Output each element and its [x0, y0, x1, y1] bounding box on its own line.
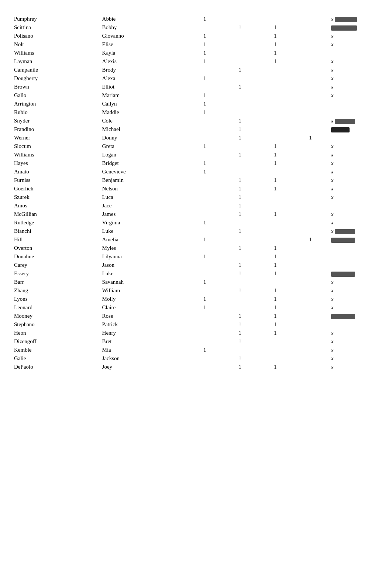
- data-col-2: 1: [223, 244, 258, 252]
- data-col-1: [187, 176, 222, 184]
- status-col: x: [328, 184, 381, 193]
- data-col-4: [293, 74, 328, 83]
- data-col-2: [223, 91, 258, 100]
- first-name-cell: Cailyn: [99, 100, 188, 108]
- data-col-4: [293, 91, 328, 100]
- data-col-4: [293, 117, 328, 125]
- status-col: x: [328, 176, 381, 184]
- first-name-cell: Brody: [99, 66, 188, 74]
- table-row: GoerlichNelson11x: [11, 184, 381, 193]
- data-col-3: 1: [258, 49, 293, 57]
- data-col-1: [187, 201, 222, 210]
- table-row: GalloMariam1x: [11, 91, 381, 100]
- data-col-4: [293, 40, 328, 49]
- last-name-cell: Overton: [11, 244, 99, 252]
- table-row: AmatoGenevieve1x: [11, 168, 381, 176]
- status-col: x: [328, 278, 381, 286]
- table-row: WernerDonny11: [11, 134, 381, 142]
- data-col-2: 1: [223, 337, 258, 346]
- data-col-4: [293, 159, 328, 168]
- table-row: AmosJace1: [11, 201, 381, 210]
- data-col-2: 1: [223, 269, 258, 278]
- redacted-bar: [331, 314, 355, 319]
- table-row: DePaoloJoey11x: [11, 363, 381, 371]
- table-row: LaymanAlexis11x: [11, 57, 381, 66]
- x-mark: x: [331, 279, 334, 285]
- last-name-cell: Szurek: [11, 193, 99, 201]
- data-col-2: 1: [223, 201, 258, 210]
- table-row: EsseryLuke11: [11, 269, 381, 278]
- data-col-2: 1: [223, 23, 258, 32]
- table-row: WilliamsLogan11x: [11, 151, 381, 159]
- table-row: BrownElliot1x: [11, 83, 381, 91]
- last-name-cell: Goerlich: [11, 184, 99, 193]
- data-col-1: [187, 227, 222, 235]
- data-col-4: [293, 218, 328, 227]
- last-name-cell: Galie: [11, 354, 99, 363]
- data-col-2: 1: [223, 117, 258, 125]
- data-col-2: [223, 295, 258, 303]
- data-col-1: [187, 134, 222, 142]
- data-col-4: [293, 261, 328, 269]
- data-col-4: [293, 252, 328, 261]
- data-col-1: 1: [187, 159, 222, 168]
- x-mark: x: [331, 16, 334, 22]
- first-name-cell: Alexa: [99, 74, 188, 83]
- data-col-3: [258, 74, 293, 83]
- data-col-1: 1: [187, 303, 222, 312]
- last-name-cell: Pumphrey: [11, 15, 99, 23]
- data-col-4: [293, 168, 328, 176]
- data-col-2: [223, 142, 258, 151]
- data-col-1: [187, 210, 222, 218]
- first-name-cell: Amelia: [99, 235, 188, 244]
- data-col-3: 1: [258, 151, 293, 159]
- table-row: ArringtonCailyn1: [11, 100, 381, 108]
- data-col-1: [187, 312, 222, 320]
- last-name-cell: Stephano: [11, 320, 99, 329]
- first-name-cell: Jason: [99, 261, 188, 269]
- data-col-1: 1: [187, 142, 222, 151]
- last-name-cell: Carey: [11, 261, 99, 269]
- data-col-2: 1: [223, 227, 258, 235]
- status-col: x: [328, 117, 381, 125]
- status-col: x: [328, 74, 381, 83]
- data-col-4: [293, 142, 328, 151]
- data-col-2: 1: [223, 286, 258, 295]
- data-col-1: 1: [187, 15, 222, 23]
- data-col-3: 1: [258, 295, 293, 303]
- data-col-3: 1: [258, 329, 293, 337]
- data-col-3: 1: [258, 176, 293, 184]
- data-col-2: 1: [223, 312, 258, 320]
- data-col-1: [187, 83, 222, 91]
- first-name-cell: Luca: [99, 193, 188, 201]
- last-name-cell: Hill: [11, 235, 99, 244]
- last-name-cell: Polisano: [11, 32, 99, 40]
- status-col: x: [328, 40, 381, 49]
- data-col-3: [258, 227, 293, 235]
- data-col-3: 1: [258, 252, 293, 261]
- data-col-4: [293, 125, 328, 134]
- last-name-cell: Campanile: [11, 66, 99, 74]
- data-col-2: [223, 252, 258, 261]
- data-col-3: [258, 168, 293, 176]
- data-col-1: [187, 184, 222, 193]
- data-col-1: [187, 117, 222, 125]
- data-col-3: 1: [258, 159, 293, 168]
- table-row: FrandinoMichael1: [11, 125, 381, 134]
- data-col-3: 1: [258, 210, 293, 218]
- first-name-cell: Myles: [99, 244, 188, 252]
- data-col-3: [258, 83, 293, 91]
- data-col-1: 1: [187, 100, 222, 108]
- data-col-1: [187, 193, 222, 201]
- data-col-4: [293, 201, 328, 210]
- first-name-cell: Michael: [99, 125, 188, 134]
- data-col-4: [293, 193, 328, 201]
- data-col-4: 1: [293, 134, 328, 142]
- status-col: x: [328, 286, 381, 295]
- status-col: [328, 312, 381, 320]
- data-col-1: [187, 363, 222, 371]
- x-mark: x: [331, 41, 334, 47]
- first-name-cell: Benjamin: [99, 176, 188, 184]
- data-col-3: [258, 354, 293, 363]
- status-col: x: [328, 210, 381, 218]
